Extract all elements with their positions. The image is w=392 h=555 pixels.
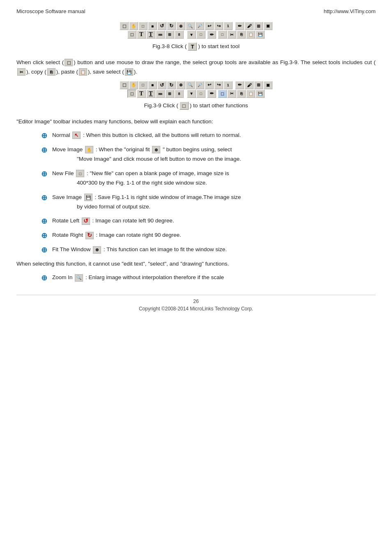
tb2-zoom-out[interactable]: 🔎 [195,81,204,89]
tb-fit[interactable]: ⊕ [176,22,185,30]
para1-icon3: ⎘ [47,68,55,76]
tb-grab[interactable]: ✋ [129,22,138,30]
item-continued-newfile: 400*300 by the Fig. 1-1 of the right sid… [77,178,376,188]
tb-num[interactable]: 1 [224,22,233,30]
list-item-newfile: ⊕ New File □ : "New file" can open a bla… [41,169,376,188]
crosshair-zoomin: ⊕ [41,273,47,282]
tb2-pen[interactable]: ✏ [235,81,244,89]
crosshair-fitwindow: ⊕ [41,245,47,254]
tb2-rect[interactable]: □ [196,90,205,98]
tb2-copy[interactable]: ⎘ [237,90,246,98]
tb2-m1[interactable]: ㎜ [156,90,165,98]
tb2-fit[interactable]: ⊕ [176,81,185,89]
tb-redo[interactable]: ↪ [214,22,223,30]
item-content-newfile: New File □ : "New file" can open a blank… [52,169,376,188]
fig39-icon: □ [180,102,189,110]
tb2-grab[interactable]: ✋ [129,81,138,89]
tb2-redo[interactable]: ↪ [214,81,223,89]
header-left: Microscope Software manual [16,8,85,14]
tb-paste[interactable]: 📋 [246,30,255,39]
fig38-icon: T [188,42,197,51]
tb2-lasso[interactable]: ⬚ [120,81,129,89]
tb2-paste[interactable]: 📋 [246,90,255,98]
tb-pen[interactable]: ✏ [235,22,244,30]
toolbar-row1: ⬚ ✋ □ ■ ↺ ↻ ⊕ 🔍 🔎 ↩ ↪ 1 ✏ 🖌 ⊞ ▣ [120,22,272,30]
tb2-select[interactable]: ⬚ [127,90,136,98]
tb2-m2[interactable]: ⊞ [165,90,174,98]
para1-icon5: 💾 [125,68,133,76]
tb-zoom-out[interactable]: 🔎 [195,22,204,30]
tb-undo[interactable]: ↩ [205,22,214,30]
tb2-num[interactable]: 1 [224,81,233,89]
tb2-num2[interactable]: 8 [175,90,184,98]
newfile-icon: □ [76,170,84,177]
toolbar2-row2: ⬚ T T ㎜ ⊞ 8 ▼ □ ✏ ⬚ ✂ ⎘ 📋 💾 [127,90,265,98]
tb-cut[interactable]: ✂ [227,30,236,39]
item-continued-move: "Move Image" and click mouse of left but… [77,155,376,164]
tb2-rect2-active[interactable]: ⬚ [218,90,227,98]
item-desc-newfile: : "New file" can open a blank page of im… [87,170,229,176]
tb-zoom-in[interactable]: 🔍 [186,22,195,30]
tb-m1[interactable]: ㎜ [156,30,165,39]
tb2-cut[interactable]: ✂ [227,90,236,98]
item-desc-fitwindow: : This function can let image to fit the… [104,246,227,252]
tb2-save[interactable]: ■ [148,81,157,89]
move-fit-icon: ⊕ [152,146,160,153]
tb2-grid[interactable]: ⊞ [254,81,263,89]
tb-rect2[interactable]: □ [218,30,227,39]
tb-lasso[interactable]: ⬚ [120,22,129,30]
tb-save2[interactable]: 💾 [256,30,265,39]
tb-grid[interactable]: ⊞ [254,22,263,30]
item-label-normal: Normal [52,132,70,138]
tb2-arrow[interactable]: ▼ [187,90,196,98]
tb2-save2[interactable]: 💾 [256,90,265,98]
tb-arrow[interactable]: ▼ [187,30,196,39]
rotright-icon: ↻ [85,232,94,239]
tb-save[interactable]: ■ [148,22,157,30]
tb-num2[interactable]: 8 [175,30,184,39]
crosshair-rotright: ⊕ [41,231,47,240]
tb-copy[interactable]: ⎘ [237,30,246,39]
move-icon: ✋ [85,146,93,153]
tb2-brush[interactable]: 🖌 [244,81,254,89]
crosshair-rotleft: ⊕ [41,217,47,226]
tb2-pen2[interactable]: ✏ [207,90,216,98]
tb-rotl[interactable]: ↺ [157,22,166,30]
item-desc-move: : When the "original fit [96,146,151,153]
tb2-t2[interactable]: T [146,90,155,98]
tb-m2[interactable]: ⊞ [165,30,174,39]
tb2-undo[interactable]: ↩ [205,81,214,89]
tb-new[interactable]: □ [138,22,148,30]
item-desc-zoomin: : Enlarg image without interpolation the… [85,274,224,280]
saveimage-icon: 💾 [84,194,92,201]
tb2-new[interactable]: □ [138,81,148,89]
tb-pen2[interactable]: ✏ [207,30,216,39]
tb-t1[interactable]: T [137,30,146,39]
tb-rotr[interactable]: ↻ [167,22,176,30]
tb-img[interactable]: ▣ [263,22,272,30]
list-item-fitwindow: ⊕ Fit The Window ⊕ : This function can l… [41,245,376,254]
toolbar-fig39: ⬚ ✋ □ ■ ↺ ↻ ⊕ 🔍 🔎 ↩ ↪ 1 ✏ 🖌 ⊞ ▣ ⬚ T T ㎜ … [16,81,376,98]
tb2-img[interactable]: ▣ [263,81,272,89]
para1: When click select (⬚) button and use mou… [16,58,376,77]
tb2-sp2 [206,90,207,98]
crosshair-normal: ⊕ [41,131,47,140]
item-desc-normal: : When this button is clicked, all the b… [83,132,241,138]
tb2-sep1 [233,81,235,89]
tb-rect[interactable]: □ [196,30,205,39]
list-item-normal: ⊕ Normal ↖ : When this button is clicked… [41,131,376,140]
zoom-section: ⊕ Zoom In 🔍 : Enlarg image without inter… [41,273,376,282]
tb-brush[interactable]: 🖌 [244,22,254,30]
fig39-caption: Fig.3-9 Click (□) to start other functio… [16,102,376,110]
tb2-zoom-in[interactable]: 🔍 [186,81,195,89]
tb-t2[interactable]: T [146,30,155,39]
tb-sp1 [184,30,187,39]
list-item-move: ⊕ Move Image ✋ : When the "original fit … [41,145,376,164]
tb2-rotr[interactable]: ↻ [167,81,176,89]
toolbar2-row1: ⬚ ✋ □ ■ ↺ ↻ ⊕ 🔍 🔎 ↩ ↪ 1 ✏ 🖌 ⊞ ▣ [120,81,272,89]
tb2-t1[interactable]: T [137,90,146,98]
tb2-rotl[interactable]: ↺ [157,81,166,89]
item-content-saveimage: Save Image 💾 : Save Fig.1-1 is right sid… [52,193,376,212]
list-item-saveimage: ⊕ Save Image 💾 : Save Fig.1-1 is right s… [41,193,376,212]
tb-select[interactable]: ⬚ [127,30,136,39]
